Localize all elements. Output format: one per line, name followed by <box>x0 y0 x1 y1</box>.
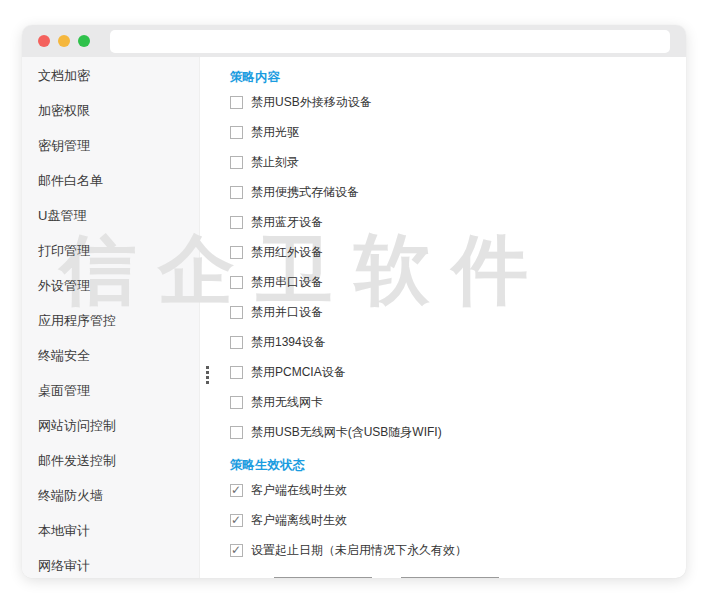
checkbox[interactable] <box>230 426 243 439</box>
checkbox[interactable] <box>230 96 243 109</box>
close-icon[interactable] <box>38 35 50 47</box>
checkbox-label: 禁用PCMCIA设备 <box>251 364 346 381</box>
checkbox[interactable] <box>230 366 243 379</box>
policy-row[interactable]: 禁止刻录 <box>230 147 686 177</box>
policy-row[interactable]: 禁用便携式存储设备 <box>230 177 686 207</box>
sidebar-item-desktop-management[interactable]: 桌面管理 <box>22 373 200 408</box>
checkbox[interactable] <box>230 484 243 497</box>
checkbox-label: 客户端离线时生效 <box>251 512 347 529</box>
section-title-policy-content: 策略内容 <box>230 67 686 87</box>
checkbox[interactable] <box>230 276 243 289</box>
sidebar-resize-handle[interactable] <box>206 366 209 369</box>
sidebar-item-peripheral-management[interactable]: 外设管理 <box>22 268 200 303</box>
date-range-row <box>274 565 686 578</box>
checkbox-label: 禁用1394设备 <box>251 334 326 351</box>
policy-row[interactable]: 禁用并口设备 <box>230 297 686 327</box>
policy-row[interactable]: 禁用PCMCIA设备 <box>230 357 686 387</box>
checkbox[interactable] <box>230 306 243 319</box>
section-title-policy-status: 策略生效状态 <box>230 455 686 475</box>
checkbox-label: 禁用USB外接移动设备 <box>251 94 372 111</box>
sidebar-item-website-access-control[interactable]: 网站访问控制 <box>22 408 200 443</box>
checkbox[interactable] <box>230 156 243 169</box>
sidebar-item-print-management[interactable]: 打印管理 <box>22 233 200 268</box>
checkbox-label: 设置起止日期（未启用情况下永久有效） <box>251 542 467 559</box>
checkbox-label: 禁用无线网卡 <box>251 394 323 411</box>
checkbox-label: 禁用红外设备 <box>251 244 323 261</box>
policy-row[interactable]: 禁用USB外接移动设备 <box>230 87 686 117</box>
policy-panel: 策略内容 禁用USB外接移动设备 禁用光驱 禁止刻录 禁用便携式存储设备 禁用蓝… <box>200 57 686 578</box>
policy-row[interactable]: 禁用无线网卡 <box>230 387 686 417</box>
checkbox-label: 禁用USB无线网卡(含USB随身WIFI) <box>251 424 442 441</box>
status-row[interactable]: 设置起止日期（未启用情况下永久有效） <box>230 535 686 565</box>
checkbox[interactable] <box>230 544 243 557</box>
sidebar-item-usb-drive-management[interactable]: U盘管理 <box>22 198 200 233</box>
status-row[interactable]: 客户端离线时生效 <box>230 505 686 535</box>
sidebar-item-encryption-permissions[interactable]: 加密权限 <box>22 93 200 128</box>
checkbox[interactable] <box>230 514 243 527</box>
checkbox[interactable] <box>230 396 243 409</box>
sidebar-item-local-audit[interactable]: 本地审计 <box>22 513 200 548</box>
policy-row[interactable]: 禁用蓝牙设备 <box>230 207 686 237</box>
policy-row[interactable]: 禁用USB无线网卡(含USB随身WIFI) <box>230 417 686 447</box>
status-row[interactable]: 客户端在线时生效 <box>230 475 686 505</box>
sidebar-item-email-sending-control[interactable]: 邮件发送控制 <box>22 443 200 478</box>
sidebar-item-application-control[interactable]: 应用程序管控 <box>22 303 200 338</box>
checkbox-label: 禁用光驱 <box>251 124 299 141</box>
sidebar-item-terminal-security[interactable]: 终端安全 <box>22 338 200 373</box>
sidebar-item-document-encryption[interactable]: 文档加密 <box>22 58 200 93</box>
sidebar-item-terminal-firewall[interactable]: 终端防火墙 <box>22 478 200 513</box>
sidebar-item-key-management[interactable]: 密钥管理 <box>22 128 200 163</box>
browser-titlebar <box>22 25 686 57</box>
minimize-icon[interactable] <box>58 35 70 47</box>
sidebar-nav: 文档加密 加密权限 密钥管理 邮件白名单 U盘管理 打印管理 外设管理 应用程序… <box>22 57 200 578</box>
sidebar-item-network-audit[interactable]: 网络审计 <box>22 548 200 578</box>
checkbox-label: 禁用蓝牙设备 <box>251 214 323 231</box>
checkbox-label: 禁用串口设备 <box>251 274 323 291</box>
checkbox-label: 客户端在线时生效 <box>251 482 347 499</box>
policy-row[interactable]: 禁用红外设备 <box>230 237 686 267</box>
checkbox[interactable] <box>230 336 243 349</box>
app-window: 信企卫软件 文档加密 加密权限 密钥管理 邮件白名单 U盘管理 打印管理 外设管… <box>22 25 686 578</box>
checkbox[interactable] <box>230 216 243 229</box>
policy-row[interactable]: 禁用光驱 <box>230 117 686 147</box>
checkbox[interactable] <box>230 246 243 259</box>
checkbox[interactable] <box>230 186 243 199</box>
checkbox[interactable] <box>230 126 243 139</box>
address-bar[interactable] <box>110 30 670 53</box>
policy-row[interactable]: 禁用串口设备 <box>230 267 686 297</box>
policy-row[interactable]: 禁用1394设备 <box>230 327 686 357</box>
checkbox-label: 禁用并口设备 <box>251 304 323 321</box>
end-date-input[interactable] <box>401 565 499 578</box>
content-area: 文档加密 加密权限 密钥管理 邮件白名单 U盘管理 打印管理 外设管理 应用程序… <box>22 57 686 578</box>
sidebar-item-email-whitelist[interactable]: 邮件白名单 <box>22 163 200 198</box>
checkbox-label: 禁用便携式存储设备 <box>251 184 359 201</box>
checkbox-label: 禁止刻录 <box>251 154 299 171</box>
start-date-input[interactable] <box>274 565 372 578</box>
fullscreen-icon[interactable] <box>78 35 90 47</box>
